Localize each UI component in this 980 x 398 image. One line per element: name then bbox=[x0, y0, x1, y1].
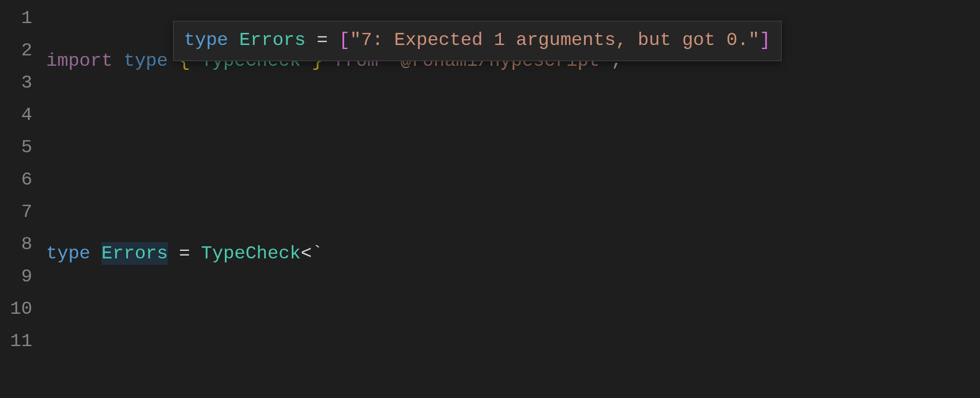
tooltip-equals: = bbox=[316, 29, 327, 51]
keyword-import: import bbox=[46, 50, 112, 72]
line-number: 11 bbox=[0, 325, 32, 358]
tooltip-string: "7: Expected 1 arguments, but got 0." bbox=[350, 29, 760, 51]
line-number: 10 bbox=[0, 293, 32, 325]
tooltip-keyword-type: type bbox=[184, 29, 228, 51]
line-number: 6 bbox=[0, 164, 32, 196]
keyword-type: type bbox=[123, 50, 168, 72]
code-area[interactable]: import type { TypeCheck } from '@ronami/… bbox=[46, 0, 980, 398]
line-number: 5 bbox=[0, 132, 32, 164]
equals: = bbox=[179, 243, 190, 264]
backtick-open: ` bbox=[312, 243, 323, 264]
line-number: 3 bbox=[0, 67, 32, 99]
type-typecheck: TypeCheck bbox=[201, 243, 301, 264]
hover-tooltip: type Errors = ["7: Expected 1 arguments,… bbox=[173, 21, 782, 61]
keyword-type: type bbox=[46, 243, 91, 264]
line-number: 9 bbox=[0, 261, 32, 293]
angle-open: < bbox=[301, 243, 312, 264]
code-line-2[interactable] bbox=[46, 141, 980, 174]
tooltip-bracket-open: [ bbox=[339, 29, 350, 51]
code-line-3[interactable]: type Errors = TypeCheck<` bbox=[46, 238, 980, 270]
code-line-4[interactable] bbox=[46, 334, 980, 366]
code-editor[interactable]: 1 2 3 4 5 6 7 8 9 10 11 import type { Ty… bbox=[0, 0, 980, 398]
tooltip-bracket-close: ] bbox=[760, 29, 771, 51]
line-number: 4 bbox=[0, 99, 32, 132]
type-errors: Errors bbox=[101, 242, 168, 265]
line-number: 2 bbox=[0, 35, 32, 67]
line-number: 1 bbox=[0, 2, 32, 35]
tooltip-type-errors: Errors bbox=[239, 29, 306, 51]
line-number: 7 bbox=[0, 196, 32, 228]
line-number: 8 bbox=[0, 228, 32, 261]
line-number-gutter: 1 2 3 4 5 6 7 8 9 10 11 bbox=[0, 0, 46, 398]
